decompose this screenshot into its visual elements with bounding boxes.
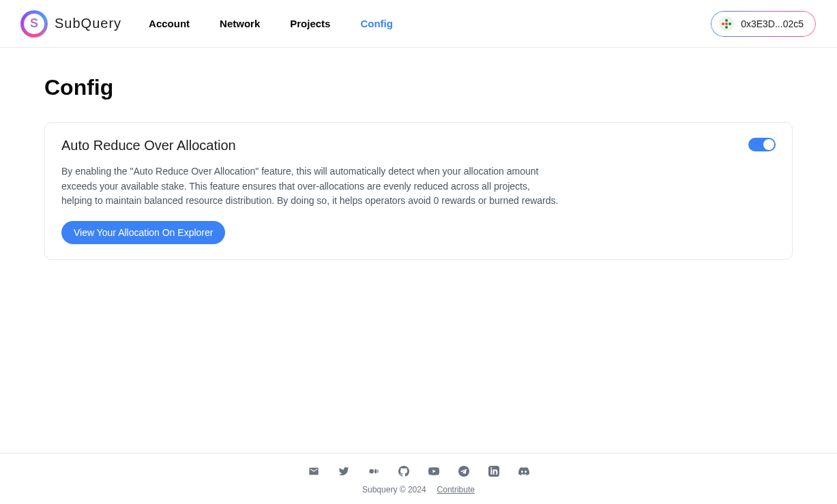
contribute-link[interactable]: Contribute (437, 485, 475, 494)
wallet-address: 0x3E3D...02c5 (741, 18, 804, 29)
social-links (308, 466, 529, 477)
main-content: Config Auto Reduce Over Allocation By en… (0, 48, 837, 453)
card-description: By enabling the "Auto Reduce Over Alloca… (61, 164, 559, 209)
footer: Subquery © 2024 Contribute (0, 453, 837, 504)
brand-name: SubQuery (55, 16, 121, 31)
toggle-knob (763, 139, 774, 150)
main-nav: Account Network Projects Config (149, 18, 393, 29)
youtube-icon[interactable] (428, 466, 439, 477)
nav-account[interactable]: Account (149, 18, 190, 29)
medium-icon[interactable] (368, 466, 379, 477)
svg-point-1 (375, 469, 377, 474)
github-icon[interactable] (398, 466, 409, 477)
twitter-icon[interactable] (338, 466, 349, 477)
linkedin-icon[interactable] (488, 466, 499, 477)
svg-point-2 (377, 469, 378, 473)
logo-icon: S (20, 10, 48, 38)
nav-projects[interactable]: Projects (290, 18, 330, 29)
svg-point-0 (369, 469, 374, 474)
nav-network[interactable]: Network (220, 18, 260, 29)
copyright: Subquery © 2024 (362, 485, 426, 494)
logo[interactable]: S SubQuery (20, 10, 121, 38)
discord-icon[interactable] (518, 466, 529, 477)
header: S SubQuery Account Network Projects Conf… (0, 0, 837, 48)
identicon-icon (719, 16, 734, 31)
config-card: Auto Reduce Over Allocation By enabling … (44, 122, 793, 260)
footer-text: Subquery © 2024 Contribute (362, 485, 475, 494)
telegram-icon[interactable] (458, 466, 469, 477)
header-left: S SubQuery Account Network Projects Conf… (20, 10, 393, 38)
card-title: Auto Reduce Over Allocation (61, 138, 776, 153)
view-allocation-button[interactable]: View Your Allocation On Explorer (61, 221, 225, 244)
mail-icon[interactable] (308, 466, 319, 477)
auto-reduce-toggle[interactable] (748, 138, 776, 151)
page-title: Config (44, 75, 793, 100)
nav-config[interactable]: Config (360, 18, 392, 29)
wallet-button[interactable]: 0x3E3D...02c5 (710, 10, 817, 38)
